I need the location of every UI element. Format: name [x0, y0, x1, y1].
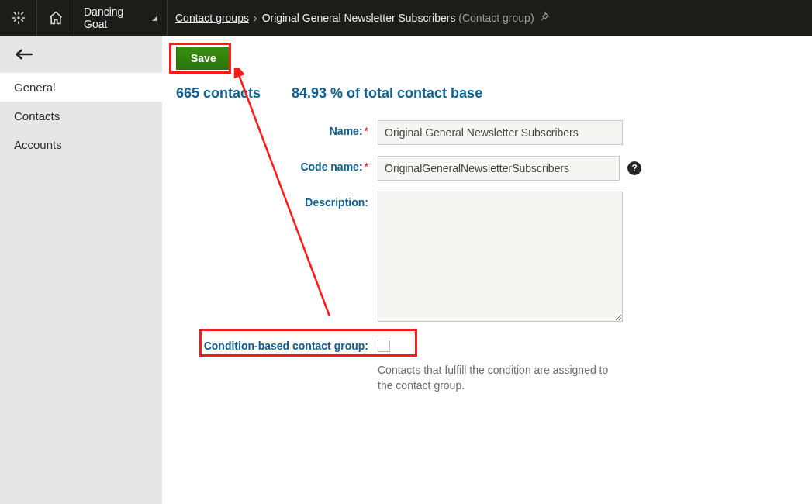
- svg-rect-4: [22, 17, 25, 19]
- save-button[interactable]: Save: [176, 47, 231, 70]
- svg-rect-2: [18, 21, 19, 24]
- name-label: Name:*: [176, 120, 378, 137]
- svg-rect-3: [12, 17, 15, 19]
- help-icon[interactable]: ?: [627, 161, 641, 175]
- name-input[interactable]: [378, 120, 623, 145]
- breadcrumb: Contact groups › Original General Newsle…: [168, 0, 812, 36]
- description-textarea[interactable]: [378, 192, 623, 322]
- back-arrow-icon: [14, 47, 36, 62]
- svg-point-0: [17, 16, 20, 19]
- breadcrumb-current: Original General Newsletter Subscribers: [262, 12, 456, 24]
- condition-label: Condition-based contact group:: [176, 335, 378, 352]
- svg-rect-5: [13, 12, 16, 15]
- toolbar: Save: [162, 36, 812, 81]
- contacts-percent: 84.93 % of total contact base: [292, 85, 482, 102]
- pin-icon[interactable]: [539, 12, 550, 25]
- svg-rect-8: [13, 19, 16, 22]
- codename-label: Code name:*: [176, 156, 378, 173]
- breadcrumb-parent-link[interactable]: Contact groups: [175, 12, 249, 24]
- sidebar-item-label: Contacts: [14, 109, 60, 123]
- main-content: Save 665 contacts 84.93 % of total conta…: [162, 36, 812, 504]
- condition-checkbox[interactable]: [378, 340, 390, 352]
- codename-input[interactable]: [378, 156, 620, 181]
- caret-down-icon: ◢: [152, 14, 157, 22]
- form: Name:* Code name:* ? Description:: [162, 120, 812, 394]
- sidebar-item-contacts[interactable]: Contacts: [0, 102, 162, 130]
- kentico-logo-icon: [11, 10, 26, 26]
- sidebar-item-label: General: [14, 81, 55, 94]
- chevron-right-icon: ›: [254, 12, 257, 24]
- back-button[interactable]: [0, 36, 162, 73]
- topbar: Dancing Goat ◢ Contact groups › Original…: [0, 0, 812, 36]
- svg-rect-1: [18, 12, 19, 15]
- svg-rect-7: [20, 12, 23, 15]
- svg-rect-6: [20, 19, 23, 22]
- site-selector[interactable]: Dancing Goat ◢: [74, 0, 168, 36]
- contacts-count: 665 contacts: [176, 85, 261, 102]
- description-label: Description:: [176, 192, 378, 209]
- home-button[interactable]: [37, 0, 74, 36]
- sidebar: General Contacts Accounts: [0, 36, 162, 504]
- condition-help-text: Contacts that fulfill the condition are …: [378, 362, 623, 394]
- home-icon: [48, 10, 64, 26]
- stats-row: 665 contacts 84.93 % of total contact ba…: [162, 81, 812, 120]
- breadcrumb-type: (Contact group): [458, 12, 534, 24]
- app-logo[interactable]: [0, 0, 37, 36]
- site-name: Dancing Goat: [84, 5, 147, 30]
- sidebar-item-general[interactable]: General: [0, 73, 162, 102]
- sidebar-item-accounts[interactable]: Accounts: [0, 130, 162, 159]
- sidebar-item-label: Accounts: [14, 138, 62, 151]
